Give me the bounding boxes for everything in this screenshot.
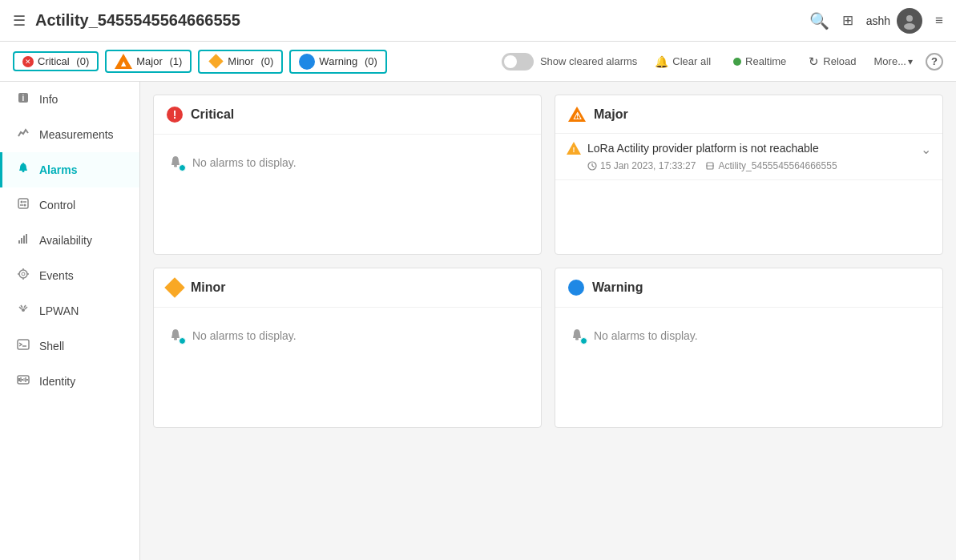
svg-rect-5 — [22, 171, 25, 172]
minor-panel: Minor No alarms to display. — [153, 268, 542, 428]
bell-icon-minor — [167, 327, 184, 344]
major-alarm-item: ! LoRa Actility provider platform is not… — [555, 134, 942, 180]
warning-count: (0) — [361, 55, 377, 67]
chevron-down-icon: ▾ — [908, 56, 913, 67]
realtime-icon — [733, 58, 741, 66]
grid-icon[interactable]: ⊞ — [842, 12, 853, 29]
minor-panel-header: Minor — [154, 268, 541, 308]
critical-panel-icon: ! — [167, 107, 183, 123]
major-panel-body: ! LoRa Actility provider platform is not… — [555, 134, 942, 180]
sidebar: i Info Measurements Alarms — [0, 82, 140, 560]
svg-rect-27 — [18, 340, 29, 349]
critical-no-alarms: No alarms to display. — [167, 147, 528, 178]
major-panel-icon: ⚠ — [568, 107, 586, 122]
filter-major[interactable]: ▲ Major (1) — [105, 50, 192, 73]
warning-panel-header: Warning — [555, 268, 942, 308]
alarm-timestamp: 15 Jan 2023, 17:33:27 — [587, 160, 696, 171]
svg-rect-7 — [18, 199, 28, 208]
sidebar-label-events: Events — [39, 269, 74, 282]
major-filter-icon: ▲ — [115, 54, 132, 69]
svg-point-16 — [19, 270, 27, 278]
help-button[interactable]: ? — [926, 53, 943, 71]
critical-no-alarms-text: No alarms to display. — [192, 156, 296, 169]
sidebar-item-events[interactable]: Events — [0, 258, 139, 293]
header-actions: 🔍 ⊞ ashh ≡ — [809, 8, 943, 34]
sidebar-item-info[interactable]: i Info — [0, 82, 139, 117]
more-dropdown[interactable]: More... ▾ — [874, 55, 913, 67]
critical-count: (0) — [74, 55, 90, 67]
filter-warning[interactable]: Warning (0) — [289, 50, 386, 74]
realtime-button[interactable]: Realtime — [728, 53, 791, 70]
user-menu[interactable]: ashh — [866, 8, 922, 34]
major-alarm-text: LoRa Actility provider platform is not r… — [587, 142, 819, 155]
list-icon[interactable]: ≡ — [935, 13, 943, 29]
availability-icon — [15, 232, 31, 248]
shell-icon — [15, 338, 31, 354]
main-content: ! Critical No alarms to display. — [140, 82, 956, 560]
critical-panel-title: Critical — [191, 107, 234, 122]
clear-all-button[interactable]: 🔔 Clear all — [650, 53, 716, 71]
sidebar-label-lpwan: LPWAN — [39, 304, 79, 317]
svg-rect-42 — [174, 338, 177, 340]
minor-filter-icon — [208, 54, 224, 70]
sidebar-label-measurements: Measurements — [39, 128, 114, 141]
critical-panel: ! Critical No alarms to display. — [153, 95, 542, 255]
major-label: Major — [136, 55, 163, 67]
sidebar-label-availability: Availability — [39, 234, 92, 247]
events-icon — [15, 268, 31, 284]
measurements-icon — [15, 127, 31, 143]
bell-icon-critical — [167, 154, 184, 171]
filter-critical[interactable]: Critical (0) — [13, 51, 99, 71]
svg-rect-15 — [26, 234, 27, 244]
critical-label: Critical — [38, 55, 70, 67]
sidebar-label-control: Control — [39, 199, 75, 212]
sidebar-label-alarms: Alarms — [39, 163, 77, 176]
minor-no-alarms: No alarms to display. — [167, 320, 528, 351]
svg-point-8 — [21, 201, 23, 203]
minor-panel-body: No alarms to display. — [154, 308, 541, 364]
svg-rect-13 — [21, 238, 22, 244]
svg-line-23 — [25, 307, 27, 309]
major-panel: ⚠ Major ! LoRa Actility provider platfor… — [555, 95, 943, 255]
sidebar-item-shell[interactable]: Shell — [0, 328, 139, 364]
teal-dot-critical — [179, 164, 186, 171]
identity-icon — [15, 373, 31, 389]
sidebar-item-lpwan[interactable]: LPWAN — [0, 293, 139, 328]
alarm-expand-icon[interactable]: ⌄ — [921, 142, 931, 157]
header: ☰ Actility_5455545564666555 🔍 ⊞ ashh ≡ — [0, 0, 956, 42]
svg-point-9 — [24, 204, 26, 207]
clear-all-icon: 🔔 — [655, 55, 668, 68]
critical-panel-body: No alarms to display. — [154, 135, 541, 191]
username: ashh — [866, 14, 890, 27]
svg-line-24 — [21, 305, 22, 308]
warning-panel: Warning No alarms to display. — [555, 268, 943, 428]
search-icon[interactable]: 🔍 — [809, 11, 829, 30]
sidebar-item-alarms[interactable]: Alarms — [0, 152, 139, 187]
svg-point-2 — [904, 23, 915, 30]
reload-button[interactable]: ↻ Reload — [804, 52, 861, 71]
show-cleared-toggle[interactable]: Show cleared alarms — [502, 53, 637, 71]
alarms-icon — [15, 162, 31, 178]
critical-panel-header: ! Critical — [154, 95, 541, 135]
menu-icon[interactable]: ☰ — [13, 12, 26, 30]
bell-icon-warning — [568, 327, 586, 344]
filter-minor[interactable]: Minor (0) — [198, 50, 283, 74]
warning-no-alarms-text: No alarms to display. — [594, 329, 698, 342]
svg-text:i: i — [22, 94, 25, 103]
warning-panel-icon — [568, 280, 584, 296]
svg-rect-12 — [18, 240, 20, 244]
lpwan-icon — [15, 303, 31, 319]
sidebar-item-identity[interactable]: Identity — [0, 364, 139, 399]
sidebar-item-availability[interactable]: Availability — [0, 223, 139, 258]
sidebar-item-measurements[interactable]: Measurements — [0, 117, 139, 152]
body-layout: i Info Measurements Alarms — [0, 82, 956, 560]
svg-point-6 — [22, 163, 24, 164]
major-panel-title: Major — [594, 107, 628, 122]
svg-rect-43 — [575, 338, 579, 340]
alarm-source: Actility_5455545564666555 — [705, 160, 837, 171]
filter-bar: Critical (0) ▲ Major (1) Minor (0) Warni… — [0, 42, 956, 82]
sidebar-item-control[interactable]: Control — [0, 187, 139, 223]
alarm-warning-icon: ! — [567, 142, 581, 155]
minor-count: (0) — [258, 55, 274, 67]
svg-line-39 — [592, 166, 595, 167]
